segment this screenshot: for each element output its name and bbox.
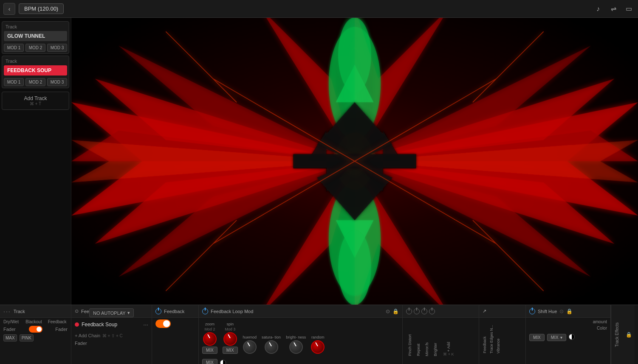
track1-mod3[interactable]: MOD 3 (47, 44, 67, 52)
autoplay-chevron: ▾ (127, 310, 130, 316)
track2-mods: MOD 1 MOD 2 MOD 3 (4, 78, 67, 86)
flm-content: zoom Mod 2 MIX spin Mod 3 MIX huemod (199, 318, 402, 364)
repeat-label: Repeat (416, 344, 421, 356)
fader-label: Fader (75, 341, 148, 346)
monitor-icon[interactable]: ▭ (623, 3, 635, 15)
track1-mod2[interactable]: MOD 2 (25, 44, 45, 52)
back-button[interactable]: ‹ (3, 3, 15, 15)
feedback-track-item: Feedback Soup ··· (75, 319, 148, 330)
track-controls: Dry/Wet Blackout Feedback Fader Fader MA… (0, 318, 71, 364)
top-bar-right: ♪ ⇌ ▭ (592, 3, 635, 15)
add-track-label: Add Track (6, 95, 65, 101)
add-effect-btn[interactable]: + Add ⌘ + K (440, 324, 457, 358)
blackout-toggle[interactable] (29, 326, 42, 333)
feedback-col: Feedback (483, 336, 487, 353)
flm-lock-icon[interactable]: 🔒 (392, 308, 399, 314)
flm-knob-group: zoom Mod 2 MIX spin Mod 3 MIX huemod (202, 319, 399, 356)
effects-row: Pinch Distort Repeat Mirror.fs Brighter … (406, 319, 475, 362)
section-effects-header (403, 305, 479, 318)
section-track-title: Track (14, 309, 25, 314)
add-chain-label[interactable]: + Add Chain (75, 332, 100, 339)
brightness-knob-item: bright- ness (286, 335, 306, 354)
shift-hue-mix1-btn[interactable]: MIX (529, 334, 545, 341)
flm-mix-btn[interactable]: MIX (202, 359, 217, 364)
brighter-power-icon[interactable] (429, 308, 435, 314)
blackout-label: Blackout (25, 319, 45, 324)
track2-mod1[interactable]: MOD 1 (4, 78, 24, 86)
spin-mod-label: Mod 3 (225, 327, 235, 331)
spin-knob[interactable] (223, 332, 237, 346)
far-right-lock: 🔒 (623, 305, 635, 364)
shift-hue-lock-icon[interactable]: 🔒 (566, 308, 573, 314)
add-track-button[interactable]: Add Track ⌘ + T (2, 92, 69, 110)
spin-mix-btn[interactable]: MIX (223, 347, 238, 354)
shift-hue-mix2-btn[interactable]: MIX▾ (547, 334, 566, 341)
section-feedback-ctrl-header: Feedback (152, 305, 198, 318)
huemod-knob-item: huemod (243, 335, 257, 354)
track2-mod3[interactable]: MOD 3 (47, 78, 67, 86)
shift-hue-icon2: ⊙ (559, 308, 564, 314)
flm-icon1[interactable]: ⊙ (386, 308, 390, 314)
random-label: random (311, 335, 325, 339)
visual-background (71, 18, 638, 305)
feedback-track-content: Feedback Soup ··· + Add Chain ⌘ + ⇧ + C … (71, 318, 152, 364)
mirror-power-icon[interactable] (421, 308, 427, 314)
brighter-btn[interactable]: Brighter (432, 324, 439, 358)
huemod-label: huemod (243, 335, 257, 339)
shift-hue-power-icon[interactable] (529, 308, 535, 314)
random-knob[interactable] (311, 340, 325, 354)
track1-mod1[interactable]: MOD 1 (4, 44, 24, 52)
zoom-mod-label: Mod 2 (204, 327, 215, 331)
trace-columns: Feedback Trace Edges N... Vibrance (483, 319, 522, 353)
flm-bottom-row: MIX (202, 359, 399, 364)
trace-edges-col: Trace Edges N... (489, 325, 494, 353)
feedback-track-menu[interactable]: ··· (143, 321, 148, 328)
zoom-mix-btn[interactable]: MIX (202, 347, 217, 354)
pinch-power-icon[interactable] (406, 308, 412, 314)
huemod-knob[interactable] (243, 340, 257, 354)
autoplay-btn[interactable]: NO AUTOPLAY ▾ (89, 308, 134, 317)
track-name-glow-tunnel[interactable]: GLOW TUNNEL (4, 31, 67, 41)
link-icon[interactable]: ⇌ (607, 3, 619, 15)
far-right-lock-icon[interactable]: 🔒 (626, 332, 632, 338)
feedback-ctrl-content (152, 318, 198, 364)
color-label: Color (597, 326, 607, 330)
amount-row: amount (529, 319, 607, 324)
max-select[interactable]: MAX (3, 334, 17, 342)
play-dot (75, 322, 79, 327)
feedback-toggle[interactable] (155, 319, 171, 328)
section-shift-hue-header: Shift Hue ⊙ 🔒 (526, 305, 610, 318)
spin-label: spin (226, 322, 234, 326)
mirror-fs-btn[interactable]: Mirror.fs (423, 324, 431, 358)
saturation-knob[interactable] (265, 340, 278, 354)
shift-hue-mix2-label: MIX (551, 335, 559, 340)
shift-hue-content: amount Color MIX MIX▾ (526, 318, 610, 364)
feedback-col-label: Feedback (483, 336, 487, 353)
music-icon[interactable]: ♪ (592, 3, 604, 15)
pink-select[interactable]: PINK (20, 334, 34, 342)
section-shift-hue-title: Shift Hue (538, 309, 557, 314)
back-icon: ‹ (8, 6, 11, 12)
flm-power-icon[interactable] (202, 308, 208, 314)
pinch-distort-btn[interactable]: Pinch Distort (406, 324, 414, 358)
track-menu-icon[interactable]: ··· (3, 308, 11, 315)
repeat-power-icon[interactable] (414, 308, 420, 314)
track2-mod2[interactable]: MOD 2 (25, 78, 45, 86)
add-effect-label: + Add (446, 342, 451, 352)
vibrance-label: Vibrance (496, 339, 500, 353)
feedback-track-name[interactable]: Feedback Soup (82, 322, 141, 328)
feedback-power-icon[interactable] (155, 308, 161, 314)
track-name-feedback-soup[interactable]: FEEDBACK SOUP (4, 65, 67, 76)
section-flm-title: Feedback Loop Mod (211, 309, 253, 314)
repeat-btn[interactable]: Repeat (415, 324, 422, 358)
section-track-header: ··· Track (0, 305, 71, 318)
zoom-knob[interactable] (203, 332, 217, 346)
brightness-knob[interactable] (289, 340, 303, 354)
autoplay-label: NO AUTOPLAY (93, 311, 126, 316)
brighter-label: Brighter (433, 343, 438, 356)
bpm-display[interactable]: BPM (120.00) (19, 3, 64, 14)
zoom-knob-item: zoom Mod 2 MIX (202, 322, 217, 354)
track-toggles-row: Fader Fader (3, 326, 68, 333)
saturation-knob-item: satura- tion (262, 335, 281, 354)
track-effects-tab[interactable]: Track Effects (611, 305, 623, 364)
